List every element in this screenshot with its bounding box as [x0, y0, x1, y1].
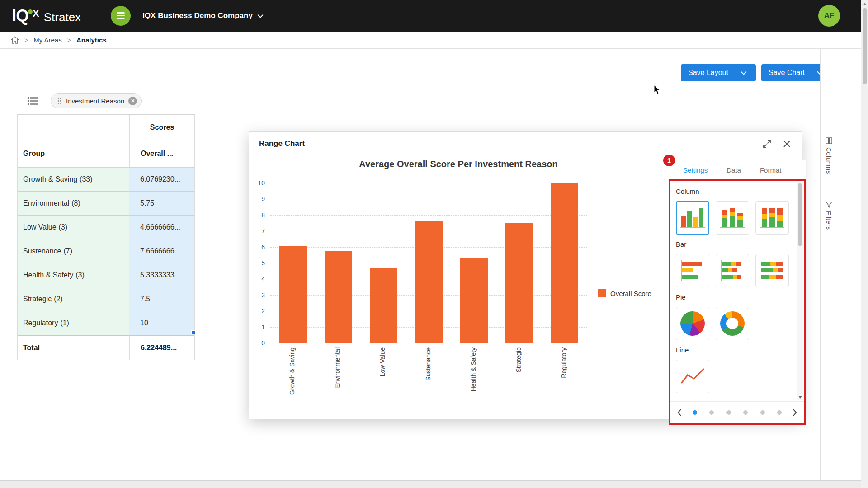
total-label: Total — [18, 336, 129, 360]
table-row: Regulatory(1) 10 — [18, 311, 194, 335]
chart-type-column[interactable] — [676, 201, 709, 235]
tab-settings[interactable]: Settings — [683, 166, 708, 174]
line-chart-icon — [680, 366, 705, 387]
mouse-cursor — [652, 85, 661, 95]
section-label-line: Line — [676, 346, 796, 354]
close-icon[interactable] — [783, 140, 791, 148]
stacked-bar-chart-icon — [721, 260, 744, 281]
panel-scrollbar[interactable] — [797, 182, 803, 400]
field-chip-investment-reason[interactable]: Investment Reason ✕ — [51, 93, 142, 108]
pagination-dot-3[interactable] — [743, 410, 748, 415]
pagination-dot-5[interactable] — [777, 410, 782, 415]
chevron-down-icon — [741, 71, 747, 75]
y-axis-label: 6 — [261, 244, 265, 251]
section-label-bar: Bar — [676, 240, 796, 248]
gridline — [316, 183, 316, 343]
avatar[interactable]: AF — [818, 5, 840, 27]
expand-icon[interactable] — [763, 140, 771, 148]
chart-title: Average Overall Score Per Investment Rea… — [249, 159, 668, 169]
home-icon[interactable] — [11, 36, 19, 44]
bar-4[interactable] — [460, 258, 488, 343]
column-header-overall[interactable]: Overall ... — [129, 140, 194, 167]
bar-3[interactable] — [415, 221, 443, 343]
pagination-next-icon[interactable] — [793, 409, 797, 416]
chart-type-pie[interactable] — [676, 307, 709, 340]
bar-0[interactable] — [279, 246, 307, 343]
chart-legend[interactable]: Overall Score — [598, 289, 651, 297]
tab-format[interactable]: Format — [760, 166, 782, 174]
gridline — [542, 183, 542, 343]
y-axis-label: 4 — [261, 275, 265, 282]
breadcrumb: > My Areas > Analytics — [0, 32, 868, 49]
page-scrollbar-thumb[interactable] — [863, 8, 867, 84]
rail-tab-filters[interactable]: Filters — [825, 202, 832, 230]
selection-handle[interactable] — [191, 330, 195, 334]
hamburger-icon — [117, 12, 125, 14]
x-axis-label: Regulatory — [560, 347, 567, 378]
field-chooser-icon[interactable] — [27, 96, 38, 106]
bar-6[interactable] — [551, 183, 578, 343]
logo-text: IQ — [12, 6, 28, 25]
tab-data[interactable]: Data — [726, 166, 741, 174]
x-axis-label: Health & Safety — [470, 347, 477, 391]
chart-type-fullstacked-bar[interactable] — [755, 254, 789, 287]
app-header: IQX Stratex IQX Business Demo Company AF — [0, 0, 868, 32]
chip-remove-icon[interactable]: ✕ — [128, 97, 137, 105]
gridline — [497, 183, 497, 343]
modal-title: Range Chart — [259, 139, 305, 148]
save-layout-dropdown[interactable] — [735, 71, 752, 75]
panel-content-annotated: Column — [669, 179, 806, 425]
chart-x-labels: Growth & SavingEnvironmentalLow ValueSus… — [270, 347, 587, 418]
chart-type-stacked-column[interactable] — [716, 201, 749, 235]
bar-2[interactable] — [370, 268, 397, 343]
column-header-group[interactable]: Group — [18, 140, 129, 167]
gridline — [270, 215, 587, 216]
drag-handle-icon — [57, 98, 62, 104]
pagination-dot-1[interactable] — [709, 410, 714, 415]
pagination-prev-icon[interactable] — [677, 409, 682, 416]
rail-tab-columns[interactable]: Columns — [825, 137, 832, 174]
chart-type-line[interactable] — [676, 360, 709, 393]
x-axis-label: Low Value — [379, 347, 386, 376]
chart-type-list: Column — [670, 181, 796, 401]
logo-dot-icon — [28, 9, 33, 14]
hamburger-menu-button[interactable] — [111, 6, 131, 26]
y-axis-label: 2 — [261, 307, 265, 314]
pagination-dot-0[interactable] — [693, 410, 697, 415]
panel-pagination — [670, 401, 804, 423]
bar-chart-icon — [681, 260, 704, 281]
breadcrumb-separator: > — [67, 37, 71, 44]
bar-5[interactable] — [505, 223, 533, 343]
breadcrumb-my-areas[interactable]: My Areas — [33, 36, 62, 44]
panel-scrollbar-thumb[interactable] — [798, 183, 802, 246]
chart-type-donut[interactable] — [716, 307, 749, 340]
chart-type-stacked-bar[interactable] — [716, 254, 749, 287]
save-layout-button[interactable]: Save Layout — [681, 64, 756, 81]
horizontal-scrollbar-area[interactable] — [0, 480, 868, 488]
chart-type-fullstacked-column[interactable] — [755, 201, 789, 235]
donut-chart-icon — [720, 311, 745, 336]
y-axis-label: 1 — [261, 324, 265, 331]
y-axis-label: 9 — [261, 195, 265, 202]
x-axis-label: Environmental — [334, 347, 341, 388]
chart-settings-panel: 1 Settings Data Format Column — [669, 160, 806, 425]
bar-1[interactable] — [325, 251, 352, 343]
scores-group-header: Scores — [129, 115, 194, 140]
table-row: Growth & Saving(33) 6.0769230... — [18, 168, 194, 192]
x-axis-label: Growth & Saving — [288, 347, 296, 395]
pagination-dot-2[interactable] — [726, 410, 731, 415]
scroll-down-arrow-icon[interactable] — [798, 396, 802, 399]
breadcrumb-separator: > — [24, 37, 28, 44]
scroll-up-arrow-icon[interactable] — [863, 3, 867, 5]
gridline — [406, 183, 406, 343]
fullstacked-column-chart-icon — [760, 207, 784, 228]
pagination-dot-4[interactable] — [760, 410, 765, 415]
app-logo: IQX Stratex — [12, 6, 81, 25]
company-selector[interactable]: IQX Business Demo Company — [142, 11, 264, 20]
pie-chart-icon — [680, 311, 705, 336]
chart-type-bar[interactable] — [676, 254, 709, 287]
y-axis-label: 0 — [261, 339, 265, 347]
y-axis-label: 7 — [261, 227, 265, 235]
pagination-dots — [682, 410, 793, 415]
page-scrollbar[interactable] — [861, 0, 868, 488]
